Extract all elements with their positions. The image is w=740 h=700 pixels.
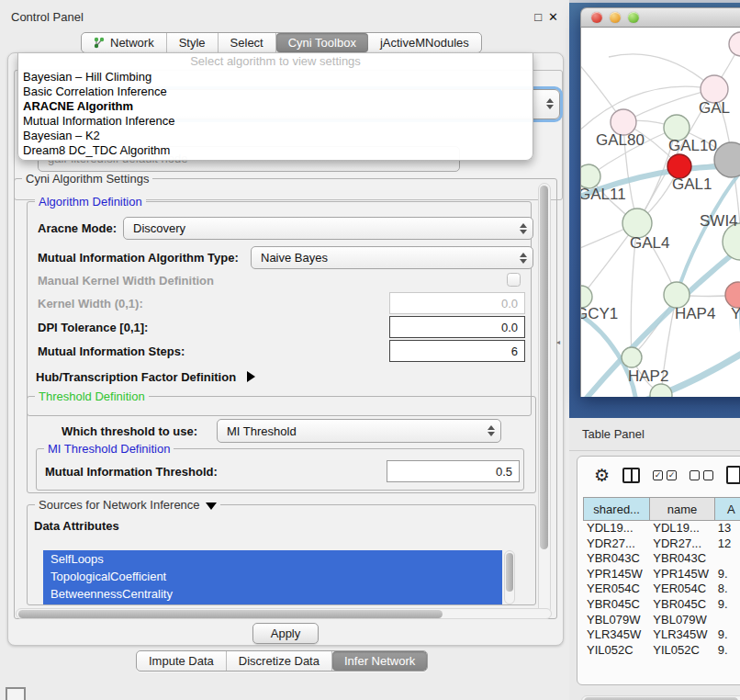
table-cell: YIL052C <box>649 643 713 659</box>
table-cell: 9. <box>714 597 740 613</box>
sources-group-title[interactable]: Sources for Network Inference <box>35 498 220 512</box>
node-label: GAL4 <box>630 234 669 252</box>
table-cell: YBL079W <box>649 613 713 628</box>
network-node[interactable] <box>729 32 740 56</box>
data-attributes-list: SelfLoopsTopologicalCoefficientBetweenne… <box>43 550 502 604</box>
table-cell: 8. <box>714 581 740 597</box>
attribute-item[interactable]: SelfLoops <box>43 550 502 568</box>
table-row[interactable]: YBL079WYBL079W <box>583 613 740 628</box>
tab-network[interactable]: Network <box>82 33 167 52</box>
table-horizontal-scrollbar[interactable] <box>581 695 740 700</box>
table-row[interactable]: YBR045CYBR045C9. <box>583 597 740 613</box>
table-cell: YDL19... <box>649 521 713 536</box>
data-attributes-label: Data Attributes <box>34 519 119 533</box>
dpi-tolerance-field[interactable]: 0.0 <box>389 316 525 338</box>
bottom-tab-label: Infer Network <box>344 654 415 668</box>
algorithm-option[interactable]: Dream8 DC_TDC Algorithm <box>18 143 533 158</box>
network-canvas[interactable]: GALGAL80GAL10GAL1GAL11SWI4GAL4GCY1HAP4YH… <box>580 28 740 397</box>
bottom-tab-discretize-data[interactable]: Discretize Data <box>227 651 332 671</box>
close-window-icon[interactable] <box>591 12 602 23</box>
table-header-row: shared...nameA <box>583 497 740 521</box>
table-cell: YPR145W <box>583 567 649 582</box>
bottom-tab-impute-data[interactable]: Impute Data <box>137 651 227 671</box>
network-node[interactable] <box>714 142 740 177</box>
algorithm-dropdown-list: Bayesian – Hill ClimbingBasic Correlatio… <box>18 70 533 158</box>
close-panel-icon[interactable]: ✕ <box>548 10 558 24</box>
tab-cyni-toolbox[interactable]: Cyni Toolbox <box>276 33 368 52</box>
network-node[interactable] <box>650 384 672 397</box>
hub-definition-expander[interactable]: Hub/Transcription Factor Definition <box>36 370 255 384</box>
attributes-scrollbar[interactable] <box>504 550 515 604</box>
column-selector-icon[interactable] <box>622 468 640 483</box>
algorithm-option[interactable]: Bayesian – K2 <box>18 129 533 143</box>
control-panel-title: Control Panel <box>11 10 84 24</box>
algorithm-option[interactable]: Bayesian – Hill Climbing <box>18 70 533 85</box>
cyni-toolbox-panel: galFiltered.sif default node Select algo… <box>7 52 564 646</box>
tab-label: Network <box>110 36 154 50</box>
control-panel: Control Panel □ ✕ NetworkStyleSelectCyni… <box>0 0 569 684</box>
threshold-definition-title: Threshold Definition <box>35 390 149 403</box>
column-header[interactable]: shared... <box>583 497 649 521</box>
apply-button[interactable]: Apply <box>252 623 319 644</box>
table-cell: YDL19... <box>583 521 649 536</box>
kernel-width-field[interactable]: 0.0 <box>389 292 525 314</box>
tab-style[interactable]: Style <box>167 33 219 52</box>
table-cell <box>714 613 740 628</box>
algorithm-option[interactable]: Mutual Information Inference <box>18 114 533 129</box>
network-node-hap2[interactable] <box>622 347 642 367</box>
mi-type-label: Mutual Information Algorithm Type: <box>38 251 239 265</box>
float-panel-icon[interactable]: □ <box>534 10 542 24</box>
algorithm-option[interactable]: ARACNE Algorithm <box>18 99 533 114</box>
table-row[interactable]: YIL052CYIL052C9. <box>583 643 740 659</box>
table-row[interactable]: YLR345WYLR345W9. <box>583 627 740 643</box>
manual-kernel-checkbox[interactable] <box>507 273 521 287</box>
which-threshold-combobox[interactable]: MI Threshold <box>217 419 501 443</box>
network-node-y[interactable] <box>725 282 740 308</box>
table-cell: 13 <box>714 521 740 536</box>
table-row[interactable]: YDL19...YDL19...13 <box>583 521 740 536</box>
settings-vertical-scrollbar[interactable] <box>538 183 551 615</box>
network-node-hap4[interactable] <box>664 282 690 308</box>
attribute-item[interactable]: TopologicalCoefficient <box>43 568 502 585</box>
table-cell: YER054C <box>649 581 713 597</box>
gear-icon[interactable]: ⚙ <box>594 467 610 484</box>
export-table-icon[interactable] <box>726 466 740 484</box>
table-toolbar: ⚙ ✓✓ <box>577 457 740 493</box>
tab-jactivemnodules[interactable]: jActiveMNodules <box>368 33 481 52</box>
settings-horizontal-scrollbar[interactable] <box>16 608 552 619</box>
table-cell: YER054C <box>583 581 649 597</box>
node-label: HAP2 <box>628 367 668 385</box>
bottom-tab-infer-network[interactable]: Infer Network <box>332 651 427 671</box>
algorithm-option[interactable]: Basic Correlation Inference <box>18 85 533 99</box>
zoom-window-icon[interactable] <box>628 12 639 23</box>
table-rows: YDL19...YDL19...13YDR27...YDR27...12YBR0… <box>583 521 740 658</box>
table-cell: YDR27... <box>649 536 713 552</box>
mi-threshold-field[interactable]: 0.5 <box>387 460 520 482</box>
table-row[interactable]: YBR043CYBR043C <box>583 551 740 567</box>
aracne-mode-value: Discovery <box>133 221 185 235</box>
mi-type-value: Naive Bayes <box>261 251 328 265</box>
attribute-item[interactable]: BetweennessCentrality <box>43 585 502 603</box>
table-cell: YBL079W <box>583 613 649 628</box>
dpi-tolerance-label: DPI Tolerance [0,1]: <box>38 321 148 334</box>
column-header[interactable]: A <box>714 497 740 521</box>
table-row[interactable]: YPR145WYPR145W9. <box>583 567 740 582</box>
table-row[interactable]: YDR27...YDR27...12 <box>583 536 740 552</box>
table-row[interactable]: YER054CYER054C8. <box>583 581 740 597</box>
minimized-panel-icon[interactable] <box>6 687 26 700</box>
aracne-mode-combobox[interactable]: Discovery <box>123 217 533 240</box>
table-cell: YBR043C <box>649 551 713 567</box>
attribute-item[interactable]: gal4RGexp <box>43 603 502 604</box>
minimize-window-icon[interactable] <box>610 12 621 23</box>
deselect-all-icon[interactable] <box>690 470 713 480</box>
mi-steps-field[interactable]: 6 <box>389 340 525 362</box>
splitter-collapse-icon[interactable]: ◂ <box>556 338 560 346</box>
select-all-icon[interactable]: ✓✓ <box>653 470 677 480</box>
tab-select[interactable]: Select <box>219 33 276 52</box>
column-header[interactable]: name <box>649 497 713 521</box>
network-window-titlebar[interactable] <box>580 7 740 28</box>
network-graph: GALGAL80GAL10GAL1GAL11SWI4GAL4GCY1HAP4YH… <box>581 28 740 397</box>
mi-type-combobox[interactable]: Naive Bayes <box>251 246 533 269</box>
node-label: HAP4 <box>675 305 715 322</box>
table-cell: 9. <box>714 643 740 659</box>
